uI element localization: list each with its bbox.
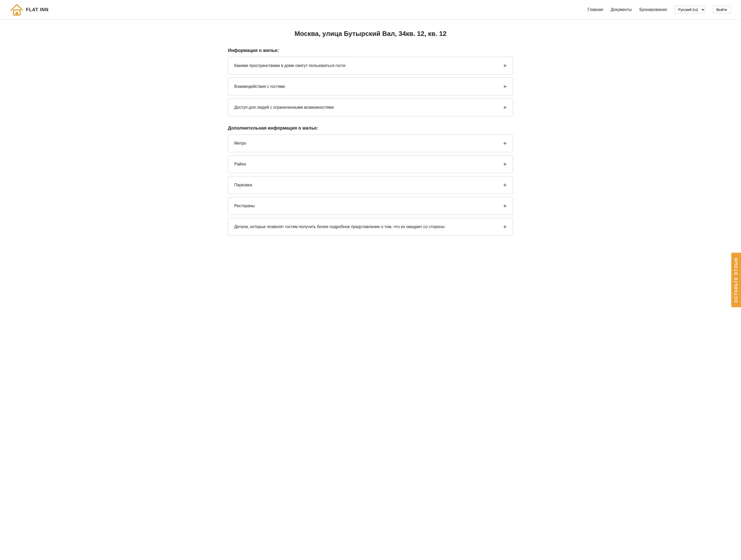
- plus-icon-district: +: [503, 161, 507, 167]
- plus-icon-spaces: +: [503, 63, 507, 69]
- accordion-guest-interaction-header[interactable]: Взаимодействия с гостями +: [228, 78, 513, 95]
- accordion-district-title: Район: [234, 162, 246, 166]
- additional-info-label: Дополнительная информация о жилье:: [228, 126, 513, 131]
- housing-info-section: Информация о жилье: Какими пространствам…: [228, 48, 513, 116]
- logout-button[interactable]: Выйти: [713, 6, 731, 13]
- logo-text: FLAT INN: [26, 7, 49, 12]
- plus-icon-guest-interaction: +: [503, 83, 507, 90]
- header: FLAT INN Главная Документы Бронирования …: [0, 0, 741, 20]
- accordion-accessibility: Доступ для людей с ограниченными возможн…: [228, 98, 513, 116]
- accordion-spaces: Какими пространствами в доме смогут поль…: [228, 57, 513, 75]
- accordion-accessibility-header[interactable]: Доступ для людей с ограниченными возможн…: [228, 99, 513, 116]
- accordion-spaces-header[interactable]: Какими пространствами в доме смогут поль…: [228, 57, 513, 74]
- accordion-parking-header[interactable]: Парковка +: [228, 177, 513, 194]
- accordion-parking: Парковка +: [228, 176, 513, 194]
- plus-icon-restaurants: +: [503, 203, 507, 209]
- plus-icon-metro: +: [503, 140, 507, 146]
- accordion-spaces-title: Какими пространствами в доме смогут поль…: [234, 63, 345, 68]
- accordion-district: Район +: [228, 155, 513, 173]
- accordion-metro-header[interactable]: Метро +: [228, 135, 513, 152]
- accordion-guest-interaction-title: Взаимодействия с гостями: [234, 84, 285, 89]
- accordion-restaurants-title: Рестораны: [234, 204, 255, 208]
- accordion-district-header[interactable]: Район +: [228, 155, 513, 173]
- logo-icon: [10, 3, 23, 16]
- accordion-parking-title: Парковка: [234, 183, 252, 187]
- plus-icon-details: +: [503, 224, 507, 230]
- accordion-details-header[interactable]: Детали, которые позволят гостям получить…: [228, 218, 513, 235]
- accordion-details-title: Детали, которые позволят гостям получить…: [234, 224, 445, 229]
- svg-rect-1: [15, 12, 18, 15]
- additional-info-section: Дополнительная информация о жилье: Метро…: [228, 126, 513, 236]
- accordion-accessibility-title: Доступ для людей с ограниченными возможн…: [234, 105, 334, 110]
- accordion-details: Детали, которые позволят гостям получить…: [228, 218, 513, 236]
- page-title: Москва, улица Бутырский Вал, 34кв. 12, к…: [228, 30, 513, 38]
- logo[interactable]: FLAT INN: [10, 3, 49, 16]
- accordion-metro-title: Метро: [234, 141, 246, 146]
- plus-icon-accessibility: +: [503, 104, 507, 111]
- main-content: Москва, улица Бутырский Вал, 34кв. 12, к…: [218, 20, 523, 260]
- language-select[interactable]: Русский (ru) English (en): [675, 6, 705, 13]
- accordion-guest-interaction: Взаимодействия с гостями +: [228, 78, 513, 95]
- accordion-restaurants: Рестораны +: [228, 197, 513, 215]
- nav-documents[interactable]: Документы: [611, 7, 632, 12]
- nav-home[interactable]: Главная: [588, 7, 603, 12]
- nav-bookings[interactable]: Бронирования: [639, 7, 667, 12]
- plus-icon-parking: +: [503, 182, 507, 188]
- housing-info-label: Информация о жилье:: [228, 48, 513, 53]
- review-side-tab[interactable]: ОСТАВЬТЕ ОТЗЫВ: [731, 253, 741, 307]
- accordion-restaurants-header[interactable]: Рестораны +: [228, 197, 513, 215]
- navigation: Главная Документы Бронирования Русский (…: [588, 6, 731, 13]
- accordion-metro: Метро +: [228, 134, 513, 152]
